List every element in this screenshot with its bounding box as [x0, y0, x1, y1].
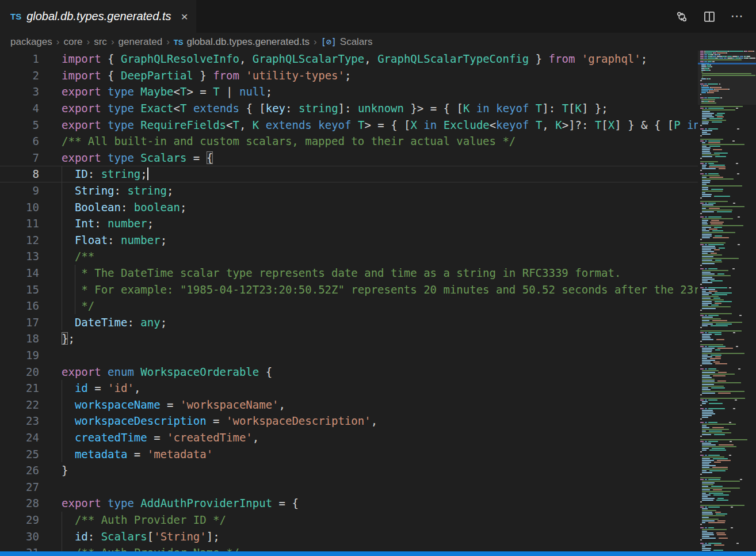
line-number[interactable]: 3: [0, 85, 39, 98]
code-line[interactable]: 7export type Scalars = {: [0, 150, 698, 166]
code-text: /**: [39, 250, 94, 262]
code-line[interactable]: 9 String: string;: [0, 182, 698, 199]
line-number[interactable]: 28: [0, 497, 39, 509]
code-text: * For example: "1985-04-12T23:20:50.52Z"…: [39, 283, 698, 296]
code-line[interactable]: 12 Float: number;: [0, 232, 698, 249]
line-number[interactable]: 24: [0, 431, 39, 444]
code-text: }: [39, 464, 68, 477]
code-line[interactable]: 5export type RequireFields<T, K extends …: [0, 116, 698, 133]
breadcrumb-item-file[interactable]: TSglobal.db.types.generated.ts: [174, 36, 310, 48]
code-line[interactable]: 17 DateTime: any;: [0, 314, 698, 331]
line-number[interactable]: 27: [0, 481, 39, 493]
typescript-file-icon: TS: [10, 12, 21, 21]
line-number[interactable]: 25: [0, 448, 39, 460]
line-number[interactable]: 9: [0, 184, 39, 197]
text-cursor: [147, 167, 148, 180]
line-number[interactable]: 17: [0, 316, 39, 329]
code-line[interactable]: 13 /**: [0, 248, 698, 265]
code-line[interactable]: 2import { DeepPartial } from 'utility-ty…: [0, 67, 698, 84]
code-line[interactable]: 8 ID: string;: [0, 166, 698, 182]
chevron-right-icon: ›: [87, 36, 90, 48]
indent-guide: [62, 314, 62, 331]
tab-global-db-types-generated-ts[interactable]: TS global.db.types.generated.ts ×: [0, 0, 196, 33]
close-tab-icon[interactable]: ×: [181, 10, 188, 22]
indent-guide: [62, 281, 62, 298]
line-number[interactable]: 10: [0, 201, 39, 214]
line-number[interactable]: 5: [0, 119, 39, 131]
line-number[interactable]: 23: [0, 414, 39, 427]
line-number[interactable]: 4: [0, 102, 39, 115]
split-editor-icon[interactable]: [703, 10, 716, 23]
code-line[interactable]: 19: [0, 347, 698, 364]
line-number[interactable]: 30: [0, 530, 39, 543]
line-number[interactable]: 8: [0, 167, 39, 180]
code-line[interactable]: 15 * For example: "1985-04-12T23:20:50.5…: [0, 281, 698, 298]
line-number[interactable]: 26: [0, 464, 39, 477]
breadcrumb-item-generated[interactable]: generated: [119, 36, 163, 48]
code-text: export type Scalars = {: [39, 151, 213, 164]
breadcrumb-item-symbol[interactable]: [⊘]Scalars: [321, 36, 373, 48]
minimap[interactable]: [698, 51, 756, 551]
code-line[interactable]: 14 * The DateTime scalar type represents…: [0, 265, 698, 281]
indent-guide: [62, 429, 62, 446]
code-text: workspaceDescription = 'workspaceDescrip…: [39, 414, 377, 427]
code-text: Int: number;: [39, 217, 154, 230]
line-number[interactable]: 22: [0, 398, 39, 411]
minimap-current-line-marker: [698, 63, 756, 64]
line-number[interactable]: 21: [0, 382, 39, 394]
code-line[interactable]: 28export type AddAuthProviderInput = {: [0, 495, 698, 512]
line-number[interactable]: 7: [0, 151, 39, 164]
code-line[interactable]: 11 Int: number;: [0, 215, 698, 232]
line-number[interactable]: 18: [0, 332, 39, 345]
code-line[interactable]: 26}: [0, 462, 698, 479]
code-text: export type RequireFields<T, K extends k…: [39, 119, 698, 131]
open-changes-icon[interactable]: [675, 10, 688, 23]
more-actions-icon[interactable]: ⋯: [731, 10, 743, 23]
code-line[interactable]: 6/** All built-in and custom scalars, ma…: [0, 133, 698, 150]
code-line[interactable]: 25 metadata = 'metadata': [0, 445, 698, 462]
code-text: import { DeepPartial } from 'utility-typ…: [39, 69, 351, 82]
code-line[interactable]: 23 workspaceDescription = 'workspaceDesc…: [0, 413, 698, 429]
code-text: };: [39, 332, 75, 345]
line-number[interactable]: 13: [0, 250, 39, 262]
code-text: id: Scalars['String'];: [39, 530, 220, 543]
code-text: ID: string;: [39, 167, 148, 180]
line-number[interactable]: 1: [0, 52, 39, 65]
line-number[interactable]: 16: [0, 299, 39, 312]
code-editor[interactable]: 1import { GraphQLResolveInfo, GraphQLSca…: [0, 51, 698, 556]
code-line[interactable]: 24 createdTime = 'createdTime',: [0, 429, 698, 446]
breadcrumb-item-src[interactable]: src: [94, 36, 107, 48]
code-line[interactable]: 21 id = 'id',: [0, 380, 698, 397]
line-number[interactable]: 15: [0, 283, 39, 296]
line-number[interactable]: 2: [0, 69, 39, 82]
code-line[interactable]: 10 Boolean: boolean;: [0, 199, 698, 215]
code-line[interactable]: 22 workspaceName = 'workspaceName',: [0, 396, 698, 413]
code-line[interactable]: 27: [0, 478, 698, 495]
line-number[interactable]: 12: [0, 234, 39, 246]
code-line[interactable]: 1import { GraphQLResolveInfo, GraphQLSca…: [0, 51, 698, 67]
line-number[interactable]: 19: [0, 349, 39, 361]
indent-guide: [62, 380, 62, 397]
indent-guide: [62, 413, 62, 429]
code-text: * The DateTime scalar type represents da…: [39, 266, 621, 279]
bracket-match-highlight: {: [207, 151, 213, 164]
indent-guide: [62, 232, 62, 249]
line-number[interactable]: 20: [0, 365, 39, 378]
breadcrumb-item-packages[interactable]: packages: [10, 36, 52, 48]
code-line[interactable]: 20export enum WorkspaceOrderable {: [0, 363, 698, 380]
code-line[interactable]: 3export type Maybe<T> = T | null;: [0, 83, 698, 100]
line-number[interactable]: 6: [0, 135, 39, 147]
code-line[interactable]: 30 id: Scalars['String'];: [0, 528, 698, 544]
line-number[interactable]: 11: [0, 217, 39, 230]
code-line[interactable]: 4export type Exact<T extends { [key: str…: [0, 100, 698, 117]
code-line[interactable]: 29 /** Auth Provider ID */: [0, 512, 698, 528]
line-number[interactable]: 29: [0, 513, 39, 526]
code-text: String: string;: [39, 184, 174, 197]
indent-guide: [62, 512, 62, 528]
code-line[interactable]: 16 */: [0, 298, 698, 314]
line-number[interactable]: 14: [0, 266, 39, 279]
code-text: export type Maybe<T> = T | null;: [39, 85, 272, 98]
code-line[interactable]: 18};: [0, 330, 698, 347]
breadcrumb-item-core[interactable]: core: [63, 36, 82, 48]
editor-tab-bar: TS global.db.types.generated.ts ×: [0, 0, 756, 33]
